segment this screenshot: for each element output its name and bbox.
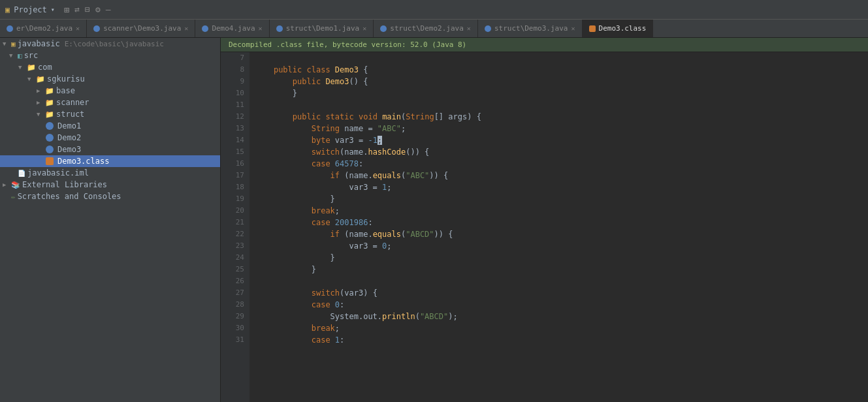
sidebar-item-scanner[interactable]: ▶ 📁 scanner [0,97,220,108]
tree-item-label: External Libraries [22,180,107,189]
folder-icon: 📁 [36,75,45,84]
close-icon[interactable]: ✕ [362,25,366,32]
code-line-30: break; [255,322,863,334]
close-icon[interactable]: ✕ [76,25,80,32]
code-line-31: case 1: [255,334,863,346]
project-folder-icon: ▣ [5,5,10,14]
close-icon[interactable]: ✕ [259,25,263,32]
sidebar-item-src[interactable]: ▼ ◧ src [0,50,220,61]
chevron-down-icon: ▼ [27,76,34,82]
class-blue-icon [46,146,54,153]
code-line-11 [255,99,863,111]
decompiled-notice: Decompiled .class file, bytecode version… [221,38,868,52]
code-line-27: switch(var3) { [255,287,863,299]
tab-label: scanner\Demo3.java [103,24,181,33]
tab-struct-demo1[interactable]: struct\Demo1.java ✕ [270,20,374,37]
code-line-25: } [255,264,863,275]
java-icon [380,25,387,32]
tree-item-label: struct [56,110,84,119]
java-icon [93,25,100,32]
code-line-18: var3 = 1; [255,181,863,193]
sidebar-item-external-libraries[interactable]: ▶ 📚 External Libraries [0,179,220,191]
minimize-icon[interactable]: — [106,5,111,14]
new-window-icon[interactable]: ⊞ [64,5,69,15]
tree-item-label: javabasic [18,39,60,48]
sidebar-item-scratches[interactable]: ✏ Scratches and Consoles [0,191,220,202]
tree-item-label: base [56,86,75,95]
project-dropdown-icon[interactable]: ▾ [51,6,55,13]
code-line-7 [255,52,863,64]
class-blue-icon [46,134,54,142]
tab-label: er\Demo2.java [16,24,72,33]
code-area[interactable]: 7 8 9 10 11 12 13 14 15 16 17 18 19 20 2… [221,52,868,402]
code-line-26 [255,275,863,287]
java-icon [276,25,283,32]
sidebar-item-demo1[interactable]: Demo1 [0,120,220,132]
code-line-24: } [255,252,863,264]
class-orange-icon [46,157,54,165]
chevron-down-icon: ▼ [3,40,9,47]
tab-scanner-demo3[interactable]: scanner\Demo3.java ✕ [87,20,195,37]
chevron-down-icon: ▼ [9,52,16,59]
tree-item-label: scanner [56,98,89,107]
code-line-22: if (name.equals("ABCD")) { [255,228,863,240]
class-icon [589,25,596,32]
chevron-right-icon: ▶ [37,99,43,106]
chevron-down-icon: ▼ [37,111,43,117]
tab-er-demo2[interactable]: er\Demo2.java ✕ [0,20,87,37]
tab-label: Demo3.class [599,24,647,33]
close-icon[interactable]: ✕ [467,25,471,32]
top-bar: ▣ Project ▾ ⊞ ⇄ ⊟ ⚙ — [0,0,868,20]
code-line-9: public Demo3() { [255,76,863,87]
close-icon[interactable]: ✕ [571,25,575,32]
chevron-right-icon: ▶ [37,87,43,94]
chevron-right-icon: ▶ [3,181,9,188]
folder-icon: 📁 [27,63,36,72]
code-line-10: } [255,87,863,99]
sidebar-item-demo2[interactable]: Demo2 [0,132,220,144]
tree-item-label: com [38,63,52,72]
sidebar-item-sgkurisu[interactable]: ▼ 📁 sgkurisu [0,73,220,85]
java-icon [202,25,208,32]
collapse-icon[interactable]: ⊟ [85,5,90,14]
settings-icon[interactable]: ⚙ [95,5,101,14]
tab-label: struct\Demo2.java [390,24,464,33]
tab-label: Demo4.java [212,24,255,33]
folder-icon: 📁 [45,87,54,95]
sidebar-item-base[interactable]: ▶ 📁 base [0,85,220,97]
code-line-16: case 64578: [255,158,863,170]
library-icon: 📚 [11,181,20,189]
tree-item-label: javabasic.iml [27,168,89,178]
close-icon[interactable]: ✕ [184,25,188,32]
tree-item-label: Demo2 [57,133,81,142]
project-label: Project [14,5,47,14]
folder-icon: 📁 [45,110,54,119]
sidebar-item-javabasic-iml[interactable]: 📄 javabasic.iml [0,167,220,179]
sidebar-item-com[interactable]: ▼ 📁 com [0,61,220,73]
line-numbers: 7 8 9 10 11 12 13 14 15 16 17 18 19 20 2… [221,52,249,402]
code-line-29: System.out.println("ABCD"); [255,311,863,322]
tree-item-label: Demo3 [57,145,81,154]
tree-item-path: E:\code\basic\javabasic [65,40,164,48]
sidebar-item-struct[interactable]: ▼ 📁 struct [0,108,220,120]
tab-struct-demo2[interactable]: struct\Demo2.java ✕ [374,20,478,37]
code-line-14: byte var3 = -1; [255,134,863,146]
sync-icon[interactable]: ⇄ [74,5,80,14]
tab-label: struct\Demo1.java [286,24,360,33]
code-line-12: public static void main(String[] args) { [255,111,863,123]
sidebar-item-javabasic[interactable]: ▼ ▣ javabasic E:\code\basic\javabasic [0,38,220,50]
tab-label: struct\Demo3.java [494,24,568,33]
tab-demo4[interactable]: Demo4.java ✕ [195,20,269,37]
tree-item-label: src [24,51,39,60]
src-folder-icon: ◧ [18,52,22,60]
tree-item-label: Demo1 [57,121,81,131]
scratch-icon: ✏ [11,193,16,201]
tab-demo3-class[interactable]: Demo3.class [583,20,654,37]
sidebar-item-demo3-class[interactable]: Demo3.class [0,155,220,167]
project-icon: ▣ [11,40,16,48]
main-content: ▼ ▣ javabasic E:\code\basic\javabasic ▼ … [0,38,868,402]
code-content[interactable]: public class Demo3 { public Demo3() { } … [249,52,868,402]
tab-struct-demo3[interactable]: struct\Demo3.java ✕ [478,20,583,37]
sidebar: ▼ ▣ javabasic E:\code\basic\javabasic ▼ … [0,38,221,402]
sidebar-item-demo3[interactable]: Demo3 [0,144,220,155]
